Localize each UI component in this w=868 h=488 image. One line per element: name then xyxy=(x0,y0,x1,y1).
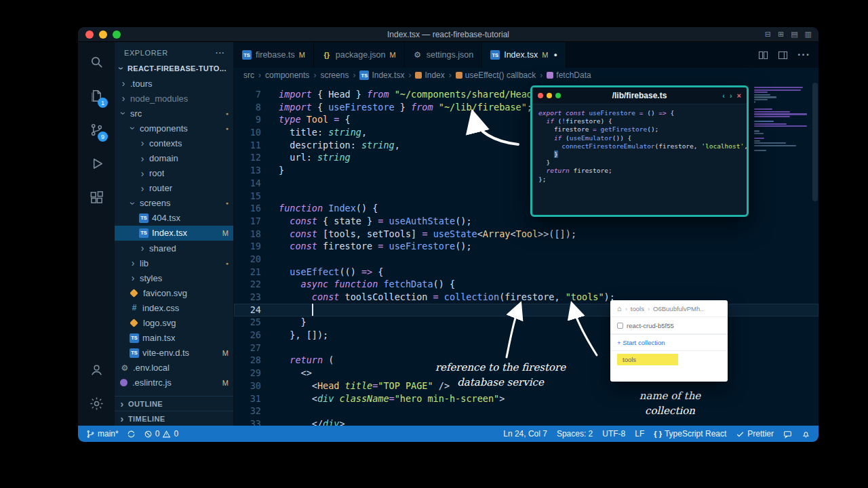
close-window-button[interactable] xyxy=(85,30,94,39)
activity-run-debug-icon[interactable] xyxy=(80,146,113,180)
more-actions-icon[interactable]: ··· xyxy=(797,49,810,61)
eol-setting[interactable]: LF xyxy=(635,429,644,439)
tree-item-screens[interactable]: ›screens● xyxy=(115,196,233,211)
explorer-more-actions-icon[interactable]: ··· xyxy=(216,49,225,57)
minimize-window-button[interactable] xyxy=(99,30,107,39)
tree-item-index-css[interactable]: #index.css xyxy=(115,300,233,315)
forward-icon[interactable]: › xyxy=(730,92,732,100)
encoding-setting[interactable]: UTF-8 xyxy=(602,429,625,439)
breadcrumb-item[interactable]: Index xyxy=(415,70,444,80)
code-line[interactable]: const [tools, setTools] = useState<Array… xyxy=(279,228,818,241)
line-number[interactable]: 18 xyxy=(234,228,261,241)
tree-item--eslintrc-js[interactable]: .eslintrc.jsM xyxy=(115,375,233,390)
line-number[interactable]: 28 xyxy=(234,354,261,367)
sync-button[interactable] xyxy=(127,430,136,439)
line-number[interactable]: 11 xyxy=(234,139,261,152)
breadcrumb-item[interactable]: fetchData xyxy=(547,70,591,80)
activity-explorer-icon[interactable]: 1 xyxy=(80,79,113,113)
activity-extensions-icon[interactable] xyxy=(80,180,113,214)
code-line[interactable]: <div className="hero min-h-screen"> xyxy=(279,392,818,405)
tree-item-vite-env-d-ts[interactable]: TSvite-env.d.tsM xyxy=(115,346,233,361)
panel-left-icon[interactable]: ⊟ xyxy=(765,30,771,39)
code-line[interactable]: useEffect(() => { xyxy=(279,266,818,279)
tree-item--env-local[interactable]: ⚙.env.local xyxy=(115,361,233,375)
scrollbar[interactable] xyxy=(812,83,818,426)
line-number[interactable]: 30 xyxy=(234,380,261,392)
tree-item-lib[interactable]: ›lib● xyxy=(115,256,233,270)
console-breadcrumb-item[interactable]: tools xyxy=(631,305,644,312)
feedback-button[interactable] xyxy=(783,430,792,439)
line-number[interactable]: 9 xyxy=(234,113,261,126)
tree-item-components[interactable]: ›components● xyxy=(115,121,233,136)
code-line[interactable] xyxy=(279,405,818,418)
tab-settings-json[interactable]: ⚙settings.json xyxy=(405,42,482,68)
tree-item-router[interactable]: ›router xyxy=(115,181,233,196)
line-number[interactable]: 19 xyxy=(234,240,261,253)
tree-item-node-modules[interactable]: ›node_modules xyxy=(115,91,233,106)
panel-rows-icon[interactable]: ▤ xyxy=(791,30,797,39)
formatter-indicator[interactable]: Prettier xyxy=(736,429,774,439)
activity-settings-icon[interactable] xyxy=(80,386,113,420)
tree-item--tours[interactable]: ›.tours xyxy=(115,76,233,91)
code-line[interactable] xyxy=(279,253,818,266)
home-icon[interactable]: ⌂ xyxy=(617,304,622,312)
notifications-button[interactable] xyxy=(802,430,810,439)
line-number[interactable]: 17 xyxy=(234,215,261,228)
line-number[interactable]: 14 xyxy=(234,177,261,190)
tree-item-src[interactable]: ›src● xyxy=(115,106,233,121)
section-outline[interactable]: ›OUTLINE xyxy=(115,396,233,411)
tab-package-json[interactable]: {}package.jsonM xyxy=(314,42,405,68)
console-project-row[interactable]: react-crud-b5f55 xyxy=(610,317,728,334)
tree-item-root[interactable]: ›root xyxy=(115,166,233,181)
line-number[interactable]: 25 xyxy=(234,316,261,329)
line-number[interactable]: 31 xyxy=(234,392,261,405)
git-branch-indicator[interactable]: main* xyxy=(86,429,119,439)
activity-search-icon[interactable] xyxy=(80,45,113,79)
tree-item-contexts[interactable]: ›contexts xyxy=(115,136,233,150)
selected-collection[interactable]: tools xyxy=(617,354,678,365)
code-line[interactable]: const toolsCollection = collection(fires… xyxy=(279,291,818,304)
console-breadcrumb-item[interactable]: O6BuubfulvPMh.. xyxy=(653,305,703,312)
code-line[interactable]: async function fetchData() { xyxy=(279,278,818,291)
line-number[interactable]: 33 xyxy=(234,418,261,426)
problems-indicator[interactable]: 0 0 xyxy=(144,429,178,439)
language-mode[interactable]: { } TypeScript React xyxy=(654,429,726,439)
zoom-window-button[interactable] xyxy=(113,30,121,39)
line-number[interactable]: 21 xyxy=(234,266,261,279)
line-number[interactable]: 23 xyxy=(234,291,261,304)
code-line[interactable]: }, []); xyxy=(279,329,818,342)
tree-item-styles[interactable]: ›styles xyxy=(115,270,233,285)
indentation-setting[interactable]: Spaces: 2 xyxy=(557,429,593,439)
line-number[interactable]: 29 xyxy=(234,367,261,380)
tree-item-favicon-svg[interactable]: favicon.svg xyxy=(115,285,233,300)
tree-item-domain[interactable]: ›domain xyxy=(115,150,233,165)
line-number[interactable]: 22 xyxy=(234,278,261,291)
panel-columns-icon[interactable]: ▥ xyxy=(805,30,812,39)
split-editor-icon[interactable] xyxy=(758,50,768,60)
breadcrumb-item[interactable]: src xyxy=(243,70,254,80)
line-number[interactable]: 15 xyxy=(234,190,261,203)
layout-icon[interactable] xyxy=(778,50,788,60)
tree-item-404-tsx[interactable]: TS404.tsx xyxy=(115,211,233,226)
line-number[interactable]: 16 xyxy=(234,202,261,215)
minimap[interactable] xyxy=(754,87,810,151)
dirty-dot[interactable]: ● xyxy=(553,52,557,58)
code-line[interactable]: } xyxy=(279,316,818,329)
line-number[interactable]: 13 xyxy=(234,164,261,177)
scrollbar-thumb[interactable] xyxy=(812,83,818,201)
activity-source-control-icon[interactable]: 9 xyxy=(80,113,113,146)
code-line[interactable] xyxy=(279,342,818,354)
activity-account-icon[interactable] xyxy=(80,352,113,386)
back-icon[interactable]: ‹ xyxy=(722,92,725,100)
cursor-position[interactable]: Ln 24, Col 7 xyxy=(503,429,547,439)
panel-grid-icon[interactable]: ⊞ xyxy=(778,30,784,39)
start-collection-button[interactable]: + Start collection xyxy=(610,334,728,351)
tree-item-shared[interactable]: ›shared xyxy=(115,241,233,256)
line-number[interactable]: 7 xyxy=(234,88,261,101)
tree-item-logo-svg[interactable]: logo.svg xyxy=(115,316,233,331)
code-line[interactable]: </div> xyxy=(279,418,818,426)
tab-index-tsx[interactable]: TSIndex.tsxM● xyxy=(482,42,566,68)
line-number[interactable]: 32 xyxy=(234,405,261,418)
code-line[interactable] xyxy=(279,304,818,317)
close-icon[interactable]: × xyxy=(737,92,741,100)
